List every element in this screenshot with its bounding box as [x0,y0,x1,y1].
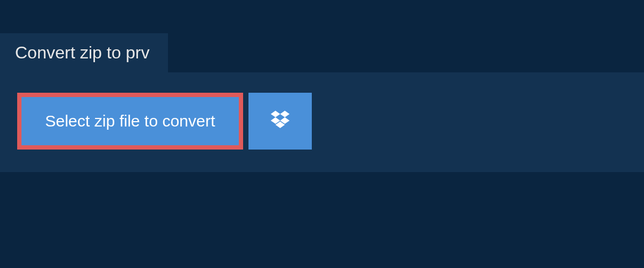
select-file-button[interactable]: Select zip file to convert [17,93,243,150]
button-row: Select zip file to convert [17,93,627,150]
tab-label: Convert zip to prv [15,43,150,62]
dropbox-icon [269,109,291,133]
converter-panel: Select zip file to convert [0,72,644,172]
dropbox-button[interactable] [248,93,312,150]
tab-bar: Convert zip to prv [0,0,644,72]
select-file-label: Select zip file to convert [45,112,215,130]
tab-convert[interactable]: Convert zip to prv [0,33,168,72]
